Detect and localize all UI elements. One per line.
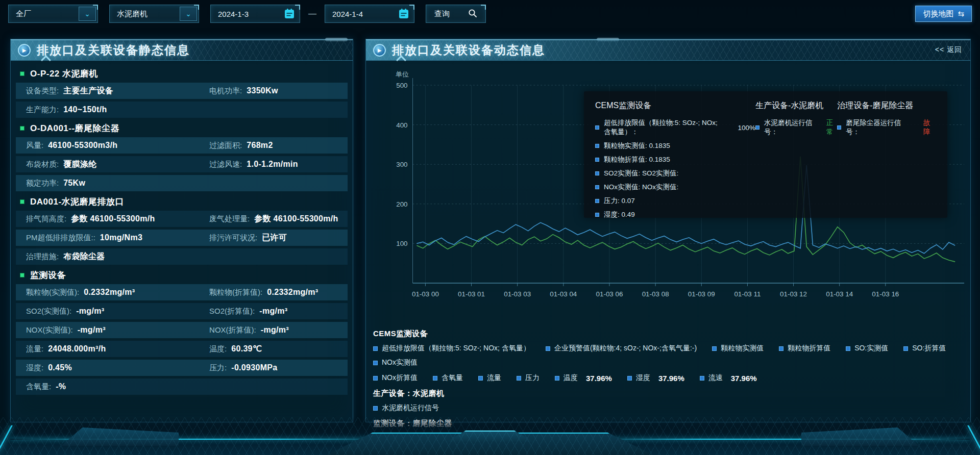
legend-row: 超低排放限值（颗拉物:5: SOz-; NOx; 含氧量）企业预警值(颗粒物:4…	[373, 344, 963, 367]
query-button[interactable]: 查询	[426, 5, 486, 23]
svg-text:01-03 09: 01-03 09	[688, 290, 715, 298]
back-link[interactable]: << 返回	[935, 45, 962, 55]
data-cell: SO2(实测值):-mg/m³	[26, 307, 209, 316]
svg-text:01-03 14: 01-03 14	[826, 290, 853, 298]
blue-square-icon	[517, 376, 521, 381]
field-value: -mg/m³	[261, 325, 289, 335]
device-select[interactable]: 水泥磨机 ⌄	[109, 5, 199, 23]
legend-item[interactable]: 湿度37.96%	[627, 373, 684, 383]
svg-text:01-03 04: 01-03 04	[550, 290, 577, 298]
data-cell: 电机功率:3350Kw	[209, 86, 348, 96]
legend-item-label: 企业预警值(颗粒物:4; sOz-; NOx-;含氧气量:-)	[554, 344, 697, 353]
end-date-input[interactable]: 2024-1-4	[325, 5, 414, 23]
calendar-icon[interactable]	[283, 8, 296, 20]
tooltip-item: NOx实测值: NOx实测值:	[595, 183, 755, 192]
legend-item[interactable]: 水泥磨机运行信号	[373, 403, 439, 413]
footer-decoration	[0, 417, 980, 455]
svg-text:01-03 00: 01-03 00	[412, 290, 439, 298]
blue-square-icon	[478, 376, 483, 381]
svg-text:200: 200	[396, 200, 407, 208]
legend-item[interactable]: 含氧量	[433, 373, 463, 383]
field-label: 湿度:	[26, 363, 43, 373]
data-cell: 流量:24048.000m³/h	[26, 344, 209, 354]
data-cell: 颗粒物(实测值):0.2332mg/m³	[26, 288, 209, 297]
data-cell: 排污许可状况:已许可	[209, 233, 348, 243]
blue-square-icon	[712, 346, 717, 351]
blue-square-icon	[595, 185, 599, 189]
data-row: 治理措施:布袋除尘器	[16, 248, 348, 265]
legend-item-label: 压力	[525, 373, 540, 383]
field-value: 75Kw	[63, 179, 85, 188]
legend-item[interactable]: 颗粒物实测值	[712, 344, 764, 353]
field-value: 覆膜涤纶	[63, 159, 96, 170]
switch-map-button[interactable]: 切换地图 ⇆	[915, 6, 972, 22]
legend-item[interactable]: 企业预警值(颗粒物:4; sOz-; NOx-;含氧气量:-)	[546, 344, 697, 353]
field-label: 废气处理量:	[209, 214, 250, 224]
data-cell: 过滤风速:1.0-1.2m/min	[209, 160, 348, 169]
calendar-icon[interactable]	[398, 8, 410, 20]
field-label: 温度:	[209, 344, 227, 354]
legend-item-label: SO:实测值	[854, 344, 888, 353]
legend-item[interactable]: 流量	[478, 373, 501, 383]
field-label: 风量:	[26, 141, 43, 150]
legend-item[interactable]: NOx实测值	[373, 358, 418, 367]
field-value: 24048.000m³/h	[48, 344, 106, 353]
section-title: O-DA001--磨尾除尘器	[30, 122, 119, 134]
legend-item[interactable]: SO:折算值	[903, 344, 946, 353]
legend-item[interactable]: 超低排放限值（颗拉物:5: SOz-; NOx; 含氧量）	[373, 344, 530, 353]
field-value: 46100-55300m3/h	[48, 141, 117, 150]
field-label: NOX(实测值):	[26, 325, 73, 335]
legend-item-label: 颗粒物实测值	[721, 344, 764, 353]
swap-arrows-icon: ⇆	[958, 9, 964, 18]
tooltip-column: 治理设备-磨尾除尘器磨尾除尘器运行信号：故障	[837, 100, 936, 212]
data-row: SO2(实测值):-mg/m³SO2(折算值):-mg/m³	[16, 303, 348, 319]
legend-item[interactable]: NOx折算值	[373, 373, 418, 383]
tooltip-item-value: 正常	[826, 118, 837, 137]
chevron-down-icon[interactable]: ⌄	[180, 7, 197, 21]
blue-square-icon	[779, 346, 783, 351]
tooltip-item: 磨尾除尘器运行信号：故障	[837, 118, 936, 137]
legend-item[interactable]: 压力	[517, 373, 540, 383]
dashboard-root: 全厂 ⌄ 水泥磨机 ⌄ 2024-1-3 — 2024-1-4 查询	[0, 0, 980, 455]
plant-select[interactable]: 全厂 ⌄	[8, 5, 98, 23]
dynamic-info-panel: ▶ 排放口及关联设备动态信息 << 返回 单位 01-03 0001-03 01…	[365, 39, 971, 422]
data-row: 布袋材质:覆膜涤纶过滤风速:1.0-1.2m/min	[16, 156, 348, 172]
tooltip-item: 水泥磨机运行信号：正常	[755, 118, 837, 137]
field-value: 10mg/Nm3	[100, 233, 142, 242]
tooltip-item: 颗粒物折算值: 0.1835	[595, 155, 755, 164]
svg-text:01-03 16: 01-03 16	[872, 290, 899, 298]
blue-square-icon	[595, 171, 599, 175]
legend-item[interactable]: 温度37.96%	[555, 373, 612, 383]
data-cell: 湿度:0.45%	[26, 363, 209, 373]
tooltip-item-text: 超低排放限值（颗拉物:5: SOz-; NOx; 含氧量）：	[604, 118, 724, 137]
legend-item-value: 37.96%	[586, 374, 612, 383]
legend-item[interactable]: 流速37.96%	[700, 373, 757, 383]
tooltip-item-text: 颗粒物折算值: 0.1835	[604, 155, 670, 164]
svg-text:300: 300	[396, 161, 407, 168]
start-date-input[interactable]: 2024-1-3	[210, 5, 300, 23]
section-title: 监测设备	[30, 269, 66, 281]
blue-square-icon	[903, 346, 908, 351]
svg-text:01-03 08: 01-03 08	[642, 290, 669, 298]
data-cell: SO2(折算值):-mg/m³	[209, 307, 348, 316]
emissions-line-chart[interactable]: 单位 01-03 0001-03 0101-03 0301-03 0401-03…	[366, 61, 970, 316]
field-value: 参数 46100-55300m/h	[71, 214, 155, 224]
svg-text:01-03 11: 01-03 11	[734, 290, 761, 298]
legend-item[interactable]: 颗粒物折算值	[779, 344, 830, 353]
blue-square-icon	[755, 125, 760, 130]
data-cell: 排气筒高度:参数 46100-55300m/h	[26, 214, 209, 224]
play-icon: ▶	[373, 44, 386, 57]
data-cell: 生产能力:140~150t/h	[26, 105, 209, 115]
data-row: 含氧量:-%	[16, 378, 348, 395]
blue-square-icon	[627, 376, 632, 381]
footer-glow-line	[582, 439, 970, 440]
topbar: 全厂 ⌄ 水泥磨机 ⌄ 2024-1-3 — 2024-1-4 查询	[8, 4, 972, 23]
svg-text:01-03 01: 01-03 01	[458, 290, 485, 298]
legend-item[interactable]: SO:实测值	[846, 344, 888, 353]
blue-square-icon	[595, 213, 599, 217]
legend-section-header: CEMS监测设备	[373, 329, 963, 339]
play-icon: ▶	[18, 44, 31, 57]
field-value: -0.0930MPa	[231, 363, 277, 372]
chevron-down-icon[interactable]: ⌄	[79, 7, 96, 21]
data-cell: PM超低排排放限值::10mg/Nm3	[26, 233, 209, 243]
